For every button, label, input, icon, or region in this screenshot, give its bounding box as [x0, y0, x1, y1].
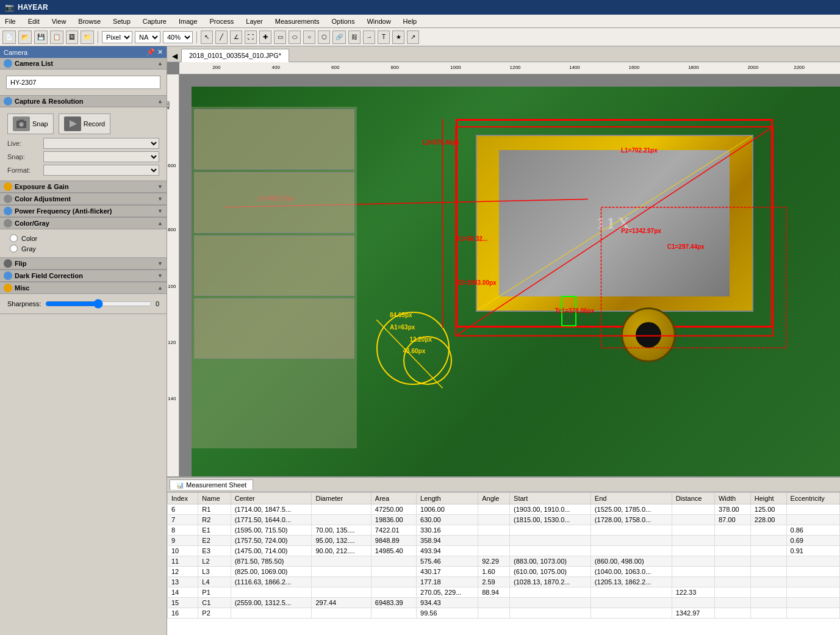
dark-field-section: Dark Field Correction ▼ [0, 270, 167, 282]
camera-pin-icon[interactable]: 📌 [146, 48, 155, 56]
yellow-circle2 [403, 336, 452, 385]
live-select[interactable] [43, 138, 159, 149]
exposure-header[interactable]: Exposure & Gain ▼ [0, 181, 167, 193]
exposure-expand[interactable]: ▼ [157, 184, 163, 190]
dark-field-expand[interactable]: ▼ [157, 273, 163, 279]
flip-expand[interactable]: ▼ [157, 260, 163, 267]
measurement-sheet-tab[interactable]: 📊 Measurement Sheet [170, 479, 253, 490]
cell-diameter [312, 587, 371, 598]
power-freq-expand[interactable]: ▼ [157, 208, 163, 214]
table-row[interactable]: 12L3(825.00, 1069.00)430.171.60(610.00, … [168, 567, 840, 577]
menu-item-help[interactable]: Help [401, 16, 420, 26]
camera-close-icon[interactable]: ✕ [157, 48, 163, 56]
na-select[interactable]: NA [135, 31, 160, 43]
color-radio[interactable] [10, 234, 18, 242]
color-gray-header[interactable]: Color/Gray ▲ [0, 218, 167, 229]
table-row[interactable]: 14P1270.05, 229...88.94122.33 [168, 587, 840, 598]
power-freq-header[interactable]: Power Frequency (Anti-flicker) ▼ [0, 206, 167, 217]
cell-distance [672, 546, 714, 556]
misc-expand[interactable]: ▲ [157, 285, 163, 291]
menu-item-capture[interactable]: Capture [140, 16, 169, 26]
capture-header[interactable]: Capture & Resolution ▲ [0, 96, 167, 107]
toolbar-diag[interactable]: ↗ [407, 30, 419, 44]
toolbar-circle[interactable]: ○ [303, 30, 315, 44]
toolbar-angle[interactable]: ∠ [230, 30, 242, 44]
table-row[interactable]: 16P299.561342.97 [168, 608, 840, 619]
capture-expand[interactable]: ▲ [157, 98, 163, 104]
table-row[interactable]: 7R2(1771.50, 1644.0...19836.00630.00(181… [168, 515, 840, 525]
record-button[interactable]: Record [59, 113, 110, 134]
cell-index: 7 [168, 515, 198, 525]
dark-field-header[interactable]: Dark Field Correction ▼ [0, 270, 167, 282]
menu-item-image[interactable]: Image [176, 16, 200, 26]
cell-center: (1116.63, 1866.2... [231, 577, 312, 587]
zoom-select[interactable]: 40% [163, 31, 193, 43]
menu-item-window[interactable]: Window [364, 16, 393, 26]
menu-item-edit[interactable]: Edit [26, 16, 42, 26]
menu-item-measurements[interactable]: Measurements [273, 16, 322, 26]
toolbar-line[interactable]: ╱ [215, 30, 228, 44]
camera-list-expand[interactable]: ▲ [157, 60, 163, 66]
toolbar-cursor[interactable]: ↖ [201, 30, 213, 44]
color-adj-header[interactable]: Color Adjustment ▼ [0, 193, 167, 205]
toolbar-star[interactable]: ★ [392, 30, 404, 44]
camera-item[interactable]: HY-2307 [6, 76, 160, 89]
toolbar-multi[interactable]: ⛶ [245, 30, 257, 44]
toolbar-chain[interactable]: ⛓ [348, 30, 361, 44]
cell-width [714, 546, 750, 556]
measurement-table[interactable]: Index Name Center Diameter Area Length A… [167, 492, 840, 635]
toolbar-btn4[interactable]: 📋 [50, 30, 63, 44]
menu-item-options[interactable]: Options [329, 16, 357, 26]
menu-item-process[interactable]: Process [207, 16, 237, 26]
color-adj-expand[interactable]: ▼ [157, 196, 163, 202]
table-row[interactable]: 6R1(1714.00, 1847.5...47250.001006.00(19… [168, 504, 840, 515]
pixel-select[interactable]: Pixel [102, 31, 132, 43]
table-row[interactable]: 13L4(1116.63, 1866.2...177.182.59(1028.1… [168, 577, 840, 587]
cell-start: (883.00, 1073.00) [510, 556, 591, 567]
flip-header[interactable]: Flip ▼ [0, 258, 167, 270]
menu-item-setup[interactable]: Setup [110, 16, 133, 26]
toolbar-new[interactable]: 📄 [2, 30, 16, 44]
color-gray-expand[interactable]: ▲ [157, 220, 163, 226]
cell-length: 430.17 [417, 567, 478, 577]
toolbar-polygon[interactable]: ⬡ [318, 30, 330, 44]
sharpness-slider[interactable] [45, 299, 152, 309]
measurement-l2: L2=575.46px [423, 139, 459, 146]
format-select[interactable] [43, 165, 159, 176]
toolbar-ellipse[interactable]: ⬭ [289, 30, 301, 44]
toolbar-arrow[interactable]: → [363, 30, 375, 44]
canvas-area[interactable]: 11X [192, 87, 840, 476]
toolbar-link[interactable]: 🔗 [332, 30, 346, 44]
cell-width: 87.00 [714, 515, 750, 525]
color-adj-icon [4, 195, 12, 203]
snap-label2: Snap: [7, 153, 41, 160]
menu-item-layer[interactable]: Layer [243, 16, 265, 26]
toolbar-save[interactable]: 💾 [34, 30, 48, 44]
camera-list-header[interactable]: Camera List ▲ [0, 58, 167, 70]
table-row[interactable]: 8E1(1595.00, 715.50)70.00, 135....7422.0… [168, 525, 840, 536]
ruler-left: 400 600 800 100 120 140 [167, 74, 179, 476]
toolbar-btn5[interactable]: 🖼 [66, 30, 78, 44]
cell-center: (1475.00, 714.00) [231, 546, 312, 556]
toolbar-open[interactable]: 📂 [18, 30, 32, 44]
cell-area [371, 556, 416, 567]
toolbar-rect[interactable]: ▭ [274, 30, 286, 44]
camera-panel-header[interactable]: Camera 📌 ✕ [0, 46, 167, 58]
menu-item-browse[interactable]: Browse [76, 16, 103, 26]
snap-button[interactable]: Snap [7, 113, 54, 134]
gray-radio[interactable] [10, 245, 18, 253]
menu-item-view[interactable]: View [49, 16, 69, 26]
toolbar-text[interactable]: T [378, 30, 390, 44]
snap-select[interactable] [43, 151, 159, 162]
table-row[interactable]: 10E3(1475.00, 714.00)90.00, 212....14985… [168, 546, 840, 556]
sheet-tab-bar: 📊 Measurement Sheet [167, 478, 840, 492]
tab-prev-btn[interactable]: ◀ [170, 51, 180, 62]
active-tab[interactable]: 2018_0101_003554_010.JPG* [181, 49, 289, 62]
toolbar-cross[interactable]: ✚ [259, 30, 271, 44]
misc-header[interactable]: Misc ▲ [0, 282, 167, 294]
table-row[interactable]: 11L2(871.50, 785.50)575.4692.29(883.00, … [168, 556, 840, 567]
table-row[interactable]: 15C1(2559.00, 1312.5...297.4469483.39934… [168, 598, 840, 608]
toolbar-btn6[interactable]: 📁 [81, 30, 94, 44]
menu-item-file[interactable]: File [2, 16, 18, 26]
table-row[interactable]: 9E2(1757.50, 724.00)95.00, 132....9848.8… [168, 536, 840, 546]
